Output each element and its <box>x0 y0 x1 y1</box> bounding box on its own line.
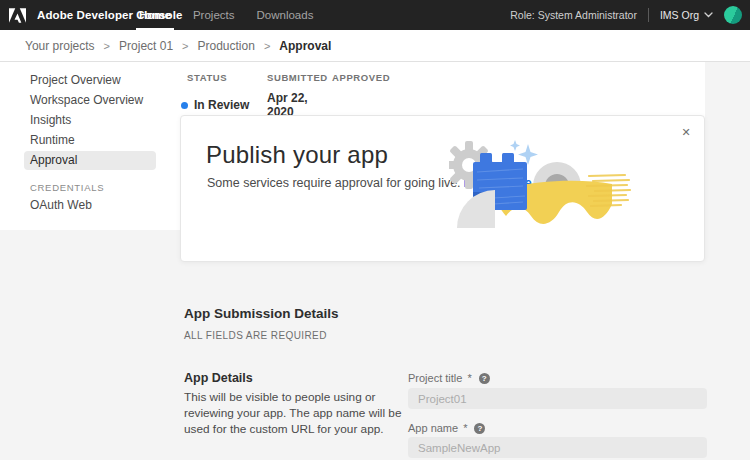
approved-column-header: APPROVED <box>332 72 412 83</box>
chevron-down-icon <box>704 12 713 18</box>
app-name-field[interactable] <box>408 437 707 458</box>
sidebar: Project Overview Workspace Overview Insi… <box>0 70 180 215</box>
breadcrumb: Your projects > Project 01 > Production … <box>0 30 750 62</box>
breadcrumb-separator: > <box>104 40 110 52</box>
required-asterisk: * <box>467 372 471 384</box>
project-title-label: Project title * ? <box>408 372 490 384</box>
sidebar-item-workspace-overview[interactable]: Workspace Overview <box>0 90 180 110</box>
submitted-column-header: SUBMITTED <box>267 72 332 83</box>
app-details-description: This will be visible to people using or … <box>184 389 422 438</box>
breadcrumb-item-project[interactable]: Project 01 <box>119 39 173 53</box>
sidebar-item-oauth-web[interactable]: OAuth Web <box>0 195 180 215</box>
page: Adobe Developer Console Home Projects Do… <box>0 0 750 460</box>
nav-item-downloads[interactable]: Downloads <box>254 0 317 30</box>
app-details-title: App Details <box>184 371 253 385</box>
app-name-label: App name * ? <box>408 422 485 434</box>
sidebar-section-credentials: CREDENTIALS <box>0 179 180 195</box>
breadcrumb-item-approval: Approval <box>279 39 331 53</box>
role-label: Role: System Administrator <box>510 9 637 21</box>
breadcrumb-item-your-projects[interactable]: Your projects <box>25 39 95 53</box>
help-icon[interactable]: ? <box>479 373 490 384</box>
ims-org-label: IMS Org <box>660 9 699 21</box>
breadcrumb-separator: > <box>264 40 270 52</box>
banner-title: Publish your app <box>206 141 388 169</box>
help-icon[interactable]: ? <box>474 423 485 434</box>
breadcrumb-separator: > <box>182 40 188 52</box>
header-divider <box>648 8 649 22</box>
sidebar-item-project-overview[interactable]: Project Overview <box>0 70 180 90</box>
breadcrumb-item-production[interactable]: Production <box>198 39 255 53</box>
close-icon[interactable]: ✕ <box>677 123 695 141</box>
content-area: Project Overview Workspace Overview Insi… <box>0 62 750 460</box>
ims-org-menu[interactable]: IMS Org <box>660 9 713 21</box>
top-nav: Home Projects Downloads <box>136 0 316 30</box>
sidebar-item-approval[interactable]: Approval <box>0 150 180 170</box>
required-fields-note: ALL FIELDS ARE REQUIRED <box>184 330 327 341</box>
status-table: STATUS SUBMITTED APPROVED In Review Apr … <box>187 72 412 119</box>
publish-illustration <box>449 132 641 228</box>
avatar[interactable] <box>724 6 742 24</box>
top-right-group: Role: System Administrator IMS Org <box>510 0 742 30</box>
status-dot-icon <box>181 102 188 109</box>
status-column-header: STATUS <box>187 72 267 83</box>
nav-item-home[interactable]: Home <box>136 0 174 30</box>
project-title-field[interactable] <box>408 388 707 409</box>
sidebar-item-runtime[interactable]: Runtime <box>0 130 180 150</box>
publish-banner-card: ✕ Publish your app Some services require… <box>180 115 705 262</box>
top-nav-bar: Adobe Developer Console Home Projects Do… <box>0 0 750 30</box>
adobe-logo-icon <box>9 8 26 23</box>
section-title-app-submission: App Submission Details <box>184 306 339 321</box>
sidebar-item-insights[interactable]: Insights <box>0 110 180 130</box>
nav-item-projects[interactable]: Projects <box>190 0 238 30</box>
required-asterisk: * <box>463 422 467 434</box>
